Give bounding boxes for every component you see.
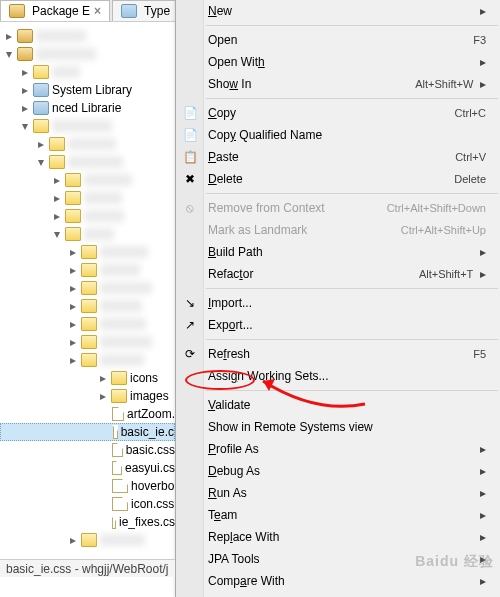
menu-new[interactable]: New▸ xyxy=(176,0,500,22)
menu-debug-as[interactable]: Debug As▸ xyxy=(176,460,500,482)
folder-icon xyxy=(81,335,97,349)
project-icon xyxy=(17,47,33,61)
copy-icon: 📄 xyxy=(182,127,198,143)
tree-label: icon.css xyxy=(131,497,174,511)
menu-import[interactable]: ↘Import... xyxy=(176,292,500,314)
menu-assign-working-sets[interactable]: Assign Working Sets... xyxy=(176,365,500,387)
copy-icon: 📄 xyxy=(182,105,198,121)
delete-icon: ✖ xyxy=(182,171,198,187)
export-icon: ↗ xyxy=(182,317,198,333)
tree-label: basic.css xyxy=(126,443,175,457)
type-icon xyxy=(121,4,137,18)
menu-export[interactable]: ↗Export... xyxy=(176,314,500,336)
file-icon xyxy=(112,461,122,475)
menu-open-with[interactable]: Open With▸ xyxy=(176,51,500,73)
menu-open[interactable]: OpenF3 xyxy=(176,29,500,51)
menu-compare-with[interactable]: Compare With▸ xyxy=(176,570,500,592)
package-explorer-tree[interactable]: ▸ ▾ ▸ ▸System Library ▸nced Librarie ▾ ▸… xyxy=(0,22,175,562)
remove-icon: ⦸ xyxy=(182,200,198,216)
menu-paste[interactable]: 📋PasteCtrl+V xyxy=(176,146,500,168)
file-icon xyxy=(112,497,128,511)
folder-icon xyxy=(111,389,127,403)
package-icon xyxy=(9,4,25,18)
file-icon xyxy=(112,407,124,421)
folder-icon xyxy=(81,317,97,331)
folder-icon xyxy=(111,371,127,385)
folder-icon xyxy=(81,245,97,259)
refresh-icon: ⟳ xyxy=(182,346,198,362)
library-icon xyxy=(33,101,49,115)
menu-copy[interactable]: 📄CopyCtrl+C xyxy=(176,102,500,124)
tree-label: nced Librarie xyxy=(52,101,121,115)
menu-run-as[interactable]: Run As▸ xyxy=(176,482,500,504)
paste-icon: 📋 xyxy=(182,149,198,165)
file-icon xyxy=(112,515,116,529)
library-icon xyxy=(33,83,49,97)
tab-label: Package E xyxy=(32,4,90,18)
folder-icon xyxy=(49,137,65,151)
tree-label: easyui.cs xyxy=(125,461,175,475)
close-icon[interactable]: × xyxy=(94,4,101,18)
menu-mark-as-landmark: Mark as LandmarkCtrl+Alt+Shift+Up xyxy=(176,219,500,241)
folder-icon xyxy=(81,533,97,547)
import-icon: ↘ xyxy=(182,295,198,311)
folder-icon xyxy=(81,263,97,277)
folder-icon xyxy=(81,353,97,367)
folder-icon xyxy=(81,281,97,295)
tab-package-explorer[interactable]: Package E × xyxy=(0,0,110,21)
menu-copy-qualified-name[interactable]: 📄Copy Qualified Name xyxy=(176,124,500,146)
menu-show-in-remote[interactable]: Show in Remote Systems view xyxy=(176,416,500,438)
menu-remove-from-context: ⦸Remove from ContextCtrl+Alt+Shift+Down xyxy=(176,197,500,219)
project-icon xyxy=(17,29,33,43)
status-bar: basic_ie.css - whgjj/WebRoot/j xyxy=(0,559,175,577)
menu-show-in[interactable]: Show InAlt+Shift+W ▸ xyxy=(176,73,500,95)
file-icon xyxy=(113,425,118,439)
folder-icon xyxy=(81,299,97,313)
tree-label: hoverbo xyxy=(131,479,174,493)
menu-jpa-tools[interactable]: JPA Tools▸ xyxy=(176,548,500,570)
file-icon xyxy=(112,479,128,493)
tab-label: Type xyxy=(144,4,170,18)
folder-icon xyxy=(65,191,81,205)
menu-source[interactable]: Source▸ xyxy=(176,592,500,597)
menu-refactor[interactable]: RefactorAlt+Shift+T ▸ xyxy=(176,263,500,285)
menu-refresh[interactable]: ⟳RefreshF5 xyxy=(176,343,500,365)
tree-item-selected[interactable]: basic_ie.c xyxy=(0,423,175,441)
menu-replace-with[interactable]: Replace With▸ xyxy=(176,526,500,548)
menu-profile-as[interactable]: Profile As▸ xyxy=(176,438,500,460)
menu-validate[interactable]: Validate xyxy=(176,394,500,416)
menu-build-path[interactable]: Build Path▸ xyxy=(176,241,500,263)
tree-label: icons xyxy=(130,371,158,385)
folder-icon xyxy=(49,155,65,169)
folder-icon xyxy=(65,227,81,241)
file-icon xyxy=(112,443,123,457)
folder-icon xyxy=(65,209,81,223)
tab-type[interactable]: Type xyxy=(112,0,179,21)
tree-label: images xyxy=(130,389,169,403)
menu-delete[interactable]: ✖DeleteDelete xyxy=(176,168,500,190)
folder-icon xyxy=(33,65,49,79)
tree-label: artZoom. xyxy=(127,407,175,421)
context-menu: New▸ OpenF3 Open With▸ Show InAlt+Shift+… xyxy=(175,0,500,597)
folder-icon xyxy=(65,173,81,187)
tree-label: basic_ie.c xyxy=(121,425,174,439)
folder-icon xyxy=(33,119,49,133)
tree-label: ie_fixes.cs xyxy=(119,515,175,529)
menu-team[interactable]: Team▸ xyxy=(176,504,500,526)
tree-label: System Library xyxy=(52,83,132,97)
